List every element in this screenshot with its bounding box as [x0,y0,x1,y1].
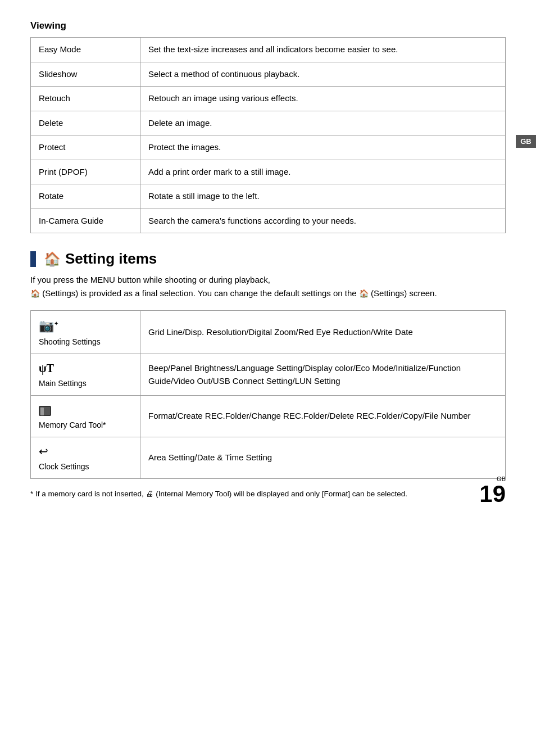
table-row: Retouch Retouch an image using various e… [31,87,506,111]
settings-table-row: ψT Main Settings Beep/Panel Brightness/L… [31,354,506,396]
settings-table-row: Memory Card Tool* Format/Create REC.Fold… [31,396,506,437]
table-row: Print (DPOF) Add a print order mark to a… [31,160,506,184]
body-text-3: (Settings) screen. [371,288,437,298]
table-row: Slideshow Select a method of continuous … [31,62,506,87]
settings-label: Clock Settings [39,461,132,473]
settings-description-cell: Grid Line/Disp. Resolution/Digital Zoom/… [140,311,506,354]
settings-table: 📷✦ Shooting Settings Grid Line/Disp. Res… [30,310,506,479]
page-number-area: GB 19 [479,476,506,506]
description-cell: Rotate a still image to the left. [140,184,506,209]
clock-icon: ↩ [39,443,132,460]
term-cell: Print (DPOF) [31,160,140,184]
viewing-section: Viewing Easy Mode Set the text-size incr… [30,20,506,233]
description-cell: Add a print order mark to a still image. [140,160,506,184]
table-row: Protect Protect the images. [31,135,506,160]
description-cell: Select a method of continuous playback. [140,62,506,87]
section-bar-icon [30,251,36,267]
description-cell: Set the text-size increases and all indi… [140,38,506,62]
gb-side-label: GB [516,135,536,148]
table-row: In-Camera Guide Search the camera’s func… [31,209,506,233]
page-container: GB Viewing Easy Mode Set the text-size i… [0,0,536,523]
settings-inline-icon-1: 🏠 [30,289,40,298]
footnote: * If a memory card is not inserted, 🖨 (I… [30,488,506,500]
settings-term-cell: ↩ Clock Settings [31,437,140,479]
settings-label: Main Settings [39,378,132,390]
settings-term-cell: Memory Card Tool* [31,396,140,437]
settings-description-cell: Area Setting/Date & Time Setting [140,437,506,479]
memory-card-icon [39,401,132,418]
description-cell: Protect the images. [140,135,506,160]
page-number-large: 19 [479,481,506,507]
setting-items-body: If you press the MENU button while shoot… [30,273,506,300]
description-cell: Retouch an image using various effects. [140,87,506,111]
term-cell: Rotate [31,184,140,209]
settings-inline-icon-2: 🏠 [359,289,369,298]
settings-description-cell: Beep/Panel Brightness/Language Setting/D… [140,354,506,396]
settings-label: Shooting Settings [39,336,132,348]
viewing-table: Easy Mode Set the text-size increases an… [30,37,506,233]
settings-label: Memory Card Tool* [39,419,132,431]
settings-description-cell: Format/Create REC.Folder/Change REC.Fold… [140,396,506,437]
term-cell: Protect [31,135,140,160]
table-row: Delete Delete an image. [31,111,506,135]
setting-items-section: 🏠 Setting items If you press the MENU bu… [30,250,506,500]
term-cell: Delete [31,111,140,135]
setting-items-title-text: Setting items [65,250,157,268]
main-settings-icon: ψT [39,360,132,377]
body-text-2: (Settings) is provided as a final select… [42,288,357,298]
settings-table-row: 📷✦ Shooting Settings Grid Line/Disp. Res… [31,311,506,354]
settings-icon: 🏠 [44,251,61,267]
term-cell: Slideshow [31,62,140,87]
viewing-heading: Viewing [30,20,506,31]
term-cell: Retouch [31,87,140,111]
description-cell: Delete an image. [140,111,506,135]
settings-term-cell: 📷✦ Shooting Settings [31,311,140,354]
setting-items-title: 🏠 Setting items [30,250,506,268]
term-cell: In-Camera Guide [31,209,140,233]
term-cell: Easy Mode [31,38,140,62]
description-cell: Search the camera’s functions according … [140,209,506,233]
camera-settings-icon: 📷✦ [39,316,132,335]
table-row: Easy Mode Set the text-size increases an… [31,38,506,62]
settings-table-row: ↩ Clock Settings Area Setting/Date & Tim… [31,437,506,479]
body-text-1: If you press the MENU button while shoot… [30,275,270,284]
settings-term-cell: ψT Main Settings [31,354,140,396]
table-row: Rotate Rotate a still image to the left. [31,184,506,209]
